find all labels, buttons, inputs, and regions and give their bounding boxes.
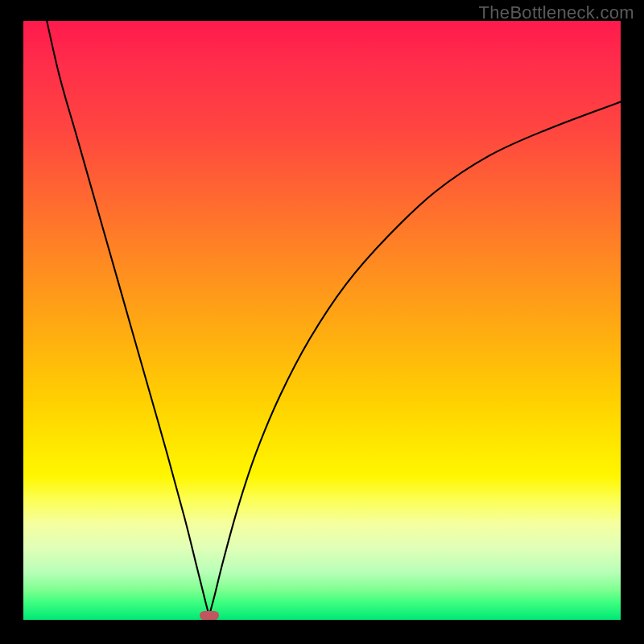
watermark-text: TheBottleneck.com [479,2,634,23]
curve-left-branch [44,9,209,616]
curve-right-branch [209,101,621,615]
bottleneck-curve [23,21,621,620]
minimum-marker [200,611,219,620]
plot-frame [23,21,621,620]
